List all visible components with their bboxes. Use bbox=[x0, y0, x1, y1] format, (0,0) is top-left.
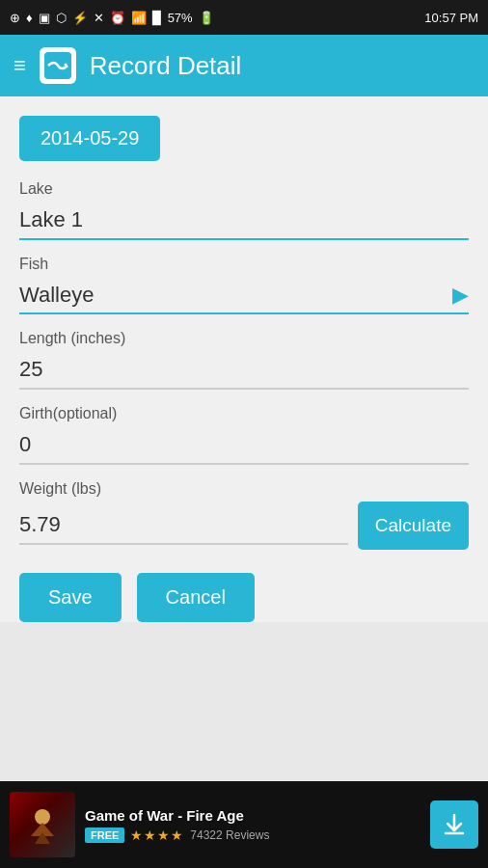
calculate-button[interactable]: Calculate bbox=[358, 502, 469, 550]
ad-meta: FREE ★★★★ 74322 Reviews bbox=[85, 827, 420, 843]
length-input[interactable] bbox=[19, 351, 469, 390]
signal-icon: ▉ bbox=[152, 11, 162, 25]
fish-row: Walleye Bass Pike Trout ▶ bbox=[19, 277, 469, 314]
weight-label: Weight (lbs) bbox=[19, 480, 469, 498]
fish-label: Fish bbox=[19, 256, 469, 273]
weight-row: Calculate bbox=[19, 502, 469, 550]
battery-icon: 🔋 bbox=[199, 11, 214, 25]
svg-point-2 bbox=[35, 809, 50, 825]
add-icon: ⊕ bbox=[10, 11, 20, 25]
page-title: Record Detail bbox=[90, 51, 242, 81]
fish-select[interactable]: Walleye Bass Pike Trout bbox=[19, 277, 452, 312]
girth-input[interactable] bbox=[19, 426, 469, 465]
lake-input[interactable] bbox=[19, 202, 469, 240]
main-content: 2014-05-29 Lake Fish Walleye Bass Pike T… bbox=[0, 96, 488, 622]
weight-field-group: Weight (lbs) Calculate bbox=[19, 480, 469, 550]
ad-game-icon bbox=[23, 805, 62, 844]
status-bar: ⊕ ♦ ▣ ⬡ ⚡ ✕ ⏰ 📶 ▉ 57% 🔋 10:57 PM bbox=[0, 0, 488, 35]
ad-image bbox=[10, 792, 75, 857]
app-logo bbox=[40, 47, 76, 84]
bluetooth-icon: ⚡ bbox=[72, 11, 88, 25]
status-left-icons: ⊕ ♦ ▣ ⬡ ⚡ ✕ ⏰ 📶 ▉ 57% 🔋 bbox=[10, 11, 214, 25]
download-icon bbox=[442, 812, 467, 837]
ad-reviews: 74322 Reviews bbox=[190, 828, 269, 842]
mute-icon: ✕ bbox=[94, 11, 104, 25]
action-row: Save Cancel bbox=[19, 573, 469, 622]
date-button[interactable]: 2014-05-29 bbox=[19, 116, 160, 161]
ad-banner: Game of War - Fire Age FREE ★★★★ 74322 R… bbox=[0, 781, 488, 868]
wifi-icon: 📶 bbox=[131, 11, 147, 25]
app-bar: ≡ Record Detail bbox=[0, 35, 488, 96]
logo-svg bbox=[44, 52, 71, 79]
length-field-group: Length (inches) bbox=[19, 330, 469, 390]
weight-input[interactable] bbox=[19, 506, 348, 545]
ad-stars: ★★★★ bbox=[130, 827, 184, 843]
usb-icon: ♦ bbox=[26, 11, 33, 25]
battery-text: 57% bbox=[168, 11, 193, 25]
ad-free-badge: FREE bbox=[85, 827, 124, 843]
ad-title: Game of War - Fire Age bbox=[85, 807, 420, 824]
ad-download-button[interactable] bbox=[430, 800, 478, 849]
girth-label: Girth(optional) bbox=[19, 405, 469, 422]
dropdown-arrow-icon: ▶ bbox=[452, 283, 469, 308]
lake-field-group: Lake bbox=[19, 180, 469, 240]
shield-icon: ⬡ bbox=[56, 11, 67, 25]
status-time: 10:57 PM bbox=[424, 11, 478, 25]
alarm-icon: ⏰ bbox=[110, 11, 125, 25]
length-label: Length (inches) bbox=[19, 330, 469, 347]
lake-label: Lake bbox=[19, 180, 469, 198]
fish-field-group: Fish Walleye Bass Pike Trout ▶ bbox=[19, 256, 469, 314]
save-button[interactable]: Save bbox=[19, 573, 122, 622]
svg-point-1 bbox=[64, 64, 67, 67]
girth-field-group: Girth(optional) bbox=[19, 405, 469, 465]
ad-text: Game of War - Fire Age FREE ★★★★ 74322 R… bbox=[85, 807, 420, 843]
image-icon: ▣ bbox=[39, 11, 50, 25]
ad-image-inner bbox=[10, 792, 75, 857]
menu-icon[interactable]: ≡ bbox=[14, 53, 26, 78]
cancel-button[interactable]: Cancel bbox=[137, 573, 255, 622]
